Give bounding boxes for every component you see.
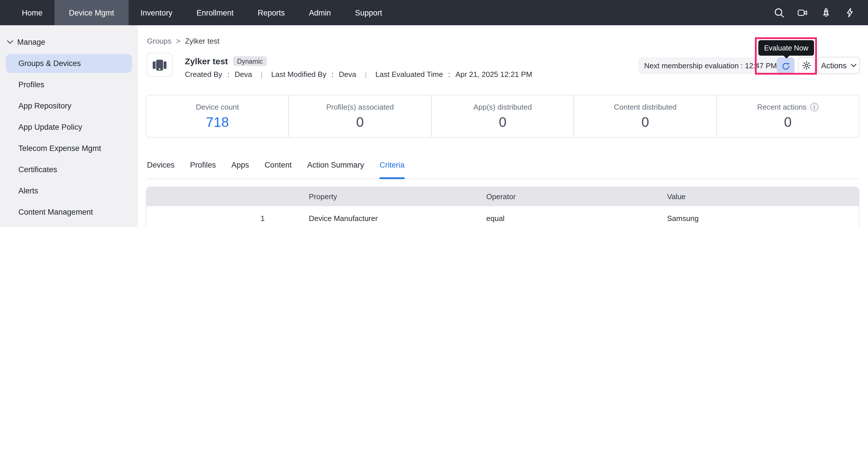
criteria-table-header: Property Operator Value	[146, 187, 859, 206]
sidebar-item-telecom-expense-mgmt[interactable]: Telecom Expense Mgmt	[0, 138, 138, 159]
colon: :	[332, 70, 334, 78]
stat-label: Profile(s) associated	[326, 103, 394, 111]
sidebar-item-certificates[interactable]: Certificates	[0, 159, 138, 180]
top-nav-icon-group	[773, 0, 868, 25]
search-icon[interactable]	[773, 7, 785, 19]
created-by-label: Created By	[185, 70, 222, 78]
nav-item-support[interactable]: Support	[343, 0, 394, 25]
breadcrumb-groups-link[interactable]: Groups	[147, 37, 172, 45]
gear-icon	[802, 61, 811, 70]
tab-profiles[interactable]: Profiles	[190, 161, 216, 179]
tab-apps[interactable]: Apps	[231, 161, 249, 179]
sidebar-item-alerts[interactable]: Alerts	[0, 180, 138, 201]
divider: |	[365, 70, 367, 78]
sidebar-item-profiles[interactable]: Profiles	[0, 74, 138, 95]
sidebar-item-groups-devices[interactable]: Groups & Devices	[6, 54, 132, 73]
criterion-value: Samsung	[660, 214, 859, 222]
divider: |	[260, 70, 262, 78]
group-meta-row: Created By : Deva | Last Modified By : D…	[185, 70, 532, 78]
last-modified-by-label: Last Modified By	[271, 70, 327, 78]
stat-device-count: Device count 718	[146, 95, 289, 137]
criteria-table: Property Operator Value 1 Device Manufac…	[146, 187, 859, 227]
stat-label: App(s) distributed	[473, 103, 532, 111]
nav-item-device-mgmt[interactable]: Device Mgmt	[55, 0, 129, 25]
sidebar: Manage Groups & Devices Profiles App Rep…	[0, 25, 138, 227]
sidebar-section-header-manage[interactable]: Manage	[0, 32, 138, 53]
nav-item-inventory[interactable]: Inventory	[129, 0, 185, 25]
stat-profiles-associated: Profile(s) associated 0	[289, 95, 432, 137]
tab-devices[interactable]: Devices	[147, 161, 175, 179]
sidebar-item-automate-os-updates[interactable]: Automate OS Updates	[0, 223, 138, 227]
stat-value: 0	[784, 114, 792, 130]
top-nav-items: Home Device Mgmt Inventory Enrollment Re…	[10, 0, 394, 25]
video-camera-icon[interactable]	[797, 7, 808, 19]
chevron-down-icon	[850, 64, 856, 67]
sidebar-item-app-repository[interactable]: App Repository	[0, 95, 138, 117]
rocket-icon[interactable]	[820, 7, 832, 19]
stat-label: Device count	[196, 103, 239, 111]
nav-item-home[interactable]: Home	[10, 0, 55, 25]
group-detail-tabs: Devices Profiles Apps Content Action Sum…	[147, 161, 859, 179]
stat-value-device-count[interactable]: 718	[206, 114, 229, 130]
group-avatar	[146, 53, 173, 77]
operator-column-header: Operator	[479, 192, 660, 201]
next-evaluation-status: Next membership evaluation : 12:47 PM	[639, 57, 795, 74]
breadcrumb-separator: >	[176, 37, 180, 45]
nav-item-enrollment[interactable]: Enrollment	[185, 0, 246, 25]
nav-item-admin[interactable]: Admin	[297, 0, 343, 25]
last-evaluated-time-value: Apr 21, 2025 12:21 PM	[456, 70, 532, 78]
flash-icon[interactable]	[844, 7, 856, 19]
tab-criteria[interactable]: Criteria	[379, 161, 404, 179]
colon: :	[227, 70, 229, 78]
sidebar-section-manage: Manage Groups & Devices Profiles App Rep…	[0, 32, 138, 227]
last-evaluated-time-label: Last Evaluated Time	[375, 70, 443, 78]
page-title-row: Zylker test Dynamic	[185, 56, 267, 66]
criteria-row: 1 Device Manufacturer equal Samsung	[146, 206, 859, 227]
sidebar-item-app-update-policy[interactable]: App Update Policy	[0, 117, 138, 138]
top-navigation-bar: Home Device Mgmt Inventory Enrollment Re…	[0, 0, 868, 25]
tab-content[interactable]: Content	[265, 161, 292, 179]
value-column-header: Value	[660, 192, 859, 201]
breadcrumb-current: Zylker test	[185, 37, 219, 45]
stat-label: Content distributed	[614, 103, 677, 111]
stat-value: 0	[356, 114, 364, 130]
sidebar-section-title: Manage	[17, 38, 45, 46]
refresh-icon	[781, 61, 790, 70]
created-by-value: Deva	[235, 70, 252, 78]
criterion-operator: equal	[479, 214, 660, 222]
group-type-badge: Dynamic	[233, 56, 267, 66]
criterion-index: 1	[238, 214, 287, 222]
page-title: Zylker test	[185, 56, 228, 66]
info-icon[interactable]	[810, 103, 818, 111]
actions-dropdown-button[interactable]: Actions	[817, 57, 860, 74]
stat-content-distributed: Content distributed 0	[574, 95, 717, 137]
stat-value: 0	[499, 114, 507, 130]
colon: :	[448, 70, 450, 78]
group-summary-stats: Device count 718 Profile(s) associated 0…	[146, 95, 859, 138]
mdm-console: Home Device Mgmt Inventory Enrollment Re…	[0, 0, 868, 227]
chevron-down-icon	[7, 40, 13, 44]
breadcrumb: Groups > Zylker test	[147, 37, 219, 45]
evaluate-now-tooltip: Evaluate Now	[758, 40, 814, 56]
stat-label: Recent actions	[757, 103, 807, 111]
last-modified-by-value: Deva	[339, 70, 356, 78]
tab-action-summary[interactable]: Action Summary	[307, 161, 364, 179]
criterion-property: Device Manufacturer	[287, 214, 479, 222]
property-column-header: Property	[287, 192, 479, 201]
next-evaluation-text: Next membership evaluation : 12:47 PM	[644, 61, 777, 70]
actions-label: Actions	[821, 61, 847, 70]
settings-button[interactable]	[798, 57, 815, 74]
stat-recent-actions: Recent actions 0	[717, 95, 859, 137]
stat-value: 0	[641, 114, 649, 130]
stat-apps-distributed: App(s) distributed 0	[432, 95, 575, 137]
device-group-icon	[152, 58, 167, 72]
tooltip-text: Evaluate Now	[764, 44, 808, 52]
main-content: Groups > Zylker test Zylker test Dynamic…	[138, 25, 868, 227]
sidebar-item-content-management[interactable]: Content Management	[0, 201, 138, 223]
nav-item-reports[interactable]: Reports	[246, 0, 297, 25]
